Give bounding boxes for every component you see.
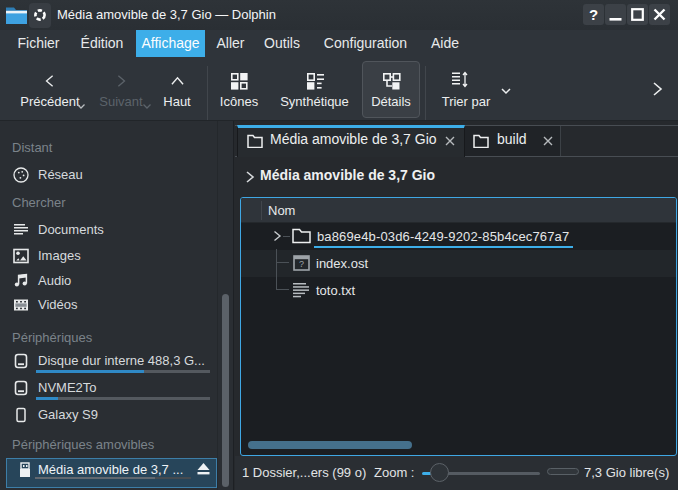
svg-text:?: ? (299, 259, 304, 269)
